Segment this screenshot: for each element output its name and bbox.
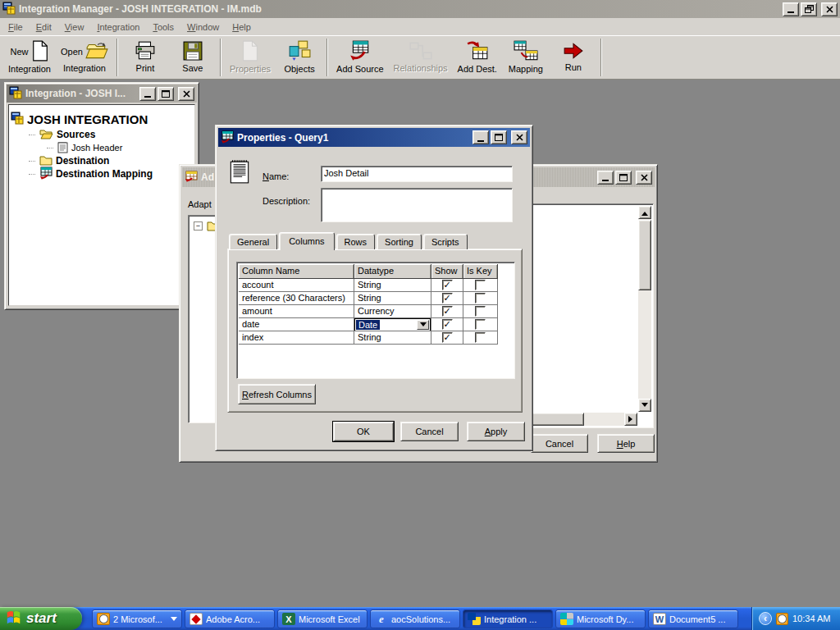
header-show[interactable]: Show xyxy=(431,264,463,279)
menu-item-window[interactable]: Window xyxy=(180,20,226,34)
minimize-button[interactable] xyxy=(139,87,156,101)
new-integration-button[interactable]: New Integration xyxy=(3,38,56,77)
menu-item-integration[interactable]: Integration xyxy=(90,20,146,34)
datatype-cell[interactable]: String xyxy=(354,292,431,305)
iskey-cell[interactable] xyxy=(463,305,498,318)
datatype-cell[interactable]: String xyxy=(354,331,431,345)
tree-item-sources[interactable]: Sources xyxy=(11,128,193,141)
datatype-combobox[interactable]: Date xyxy=(354,318,431,331)
scrollbar-thumb[interactable] xyxy=(638,220,651,290)
show-cell[interactable]: ✓ xyxy=(431,305,463,318)
start-button[interactable]: start xyxy=(0,607,82,630)
column-name-cell[interactable]: reference (30 Characters) xyxy=(239,292,354,305)
scroll-up-icon[interactable] xyxy=(638,206,651,219)
close-button[interactable] xyxy=(821,2,838,16)
taskbar-button[interactable]: 2 Microsof... xyxy=(92,609,182,628)
minimize-button[interactable] xyxy=(597,171,614,185)
taskbar-button[interactable]: Microsoft Dy... xyxy=(555,609,646,628)
collapse-minus-icon[interactable]: − xyxy=(194,221,203,231)
tree-item-destination[interactable]: Destination xyxy=(11,154,193,167)
iskey-cell[interactable] xyxy=(463,279,498,292)
header-is-key[interactable]: Is Key xyxy=(463,264,498,279)
scroll-right-icon[interactable] xyxy=(624,413,637,426)
iskey-checkbox[interactable] xyxy=(475,280,486,290)
description-input[interactable] xyxy=(321,188,513,222)
maximize-button[interactable] xyxy=(615,171,632,185)
cancel-button[interactable]: Cancel xyxy=(531,434,588,453)
help-button[interactable]: Help xyxy=(597,434,655,453)
show-cell[interactable]: ✓ xyxy=(431,331,463,345)
show-checkbox[interactable]: ✓ xyxy=(442,319,453,330)
close-button[interactable] xyxy=(636,171,652,185)
taskbar-button[interactable]: Adobe Acro... xyxy=(185,609,275,628)
menu-item-help[interactable]: Help xyxy=(226,20,258,34)
run-button[interactable]: Run xyxy=(550,38,597,77)
maximize-button[interactable] xyxy=(158,87,174,101)
show-cell[interactable]: ✓ xyxy=(431,318,463,331)
iskey-checkbox[interactable] xyxy=(475,319,486,330)
add-dest-button[interactable]: Add Dest. xyxy=(453,38,502,77)
table-row[interactable]: reference (30 Characters)String✓ xyxy=(239,292,513,305)
show-checkbox[interactable]: ✓ xyxy=(442,293,453,304)
dropdown-button[interactable] xyxy=(417,320,429,330)
table-row[interactable]: accountString✓ xyxy=(239,279,513,292)
iskey-cell[interactable] xyxy=(463,292,498,305)
tree-item-josh-header[interactable]: Josh Header xyxy=(11,141,193,154)
close-button[interactable] xyxy=(511,130,527,144)
datatype-cell[interactable]: Currency xyxy=(354,305,431,318)
iskey-checkbox[interactable] xyxy=(475,306,486,317)
minimize-button[interactable] xyxy=(472,130,489,144)
close-button[interactable] xyxy=(178,87,194,101)
scroll-down-icon[interactable] xyxy=(638,399,651,412)
print-button[interactable]: Print xyxy=(121,38,169,77)
show-checkbox[interactable]: ✓ xyxy=(442,306,453,317)
column-name-cell[interactable]: date xyxy=(239,318,354,331)
objects-button[interactable]: Objects xyxy=(276,38,323,77)
cancel-button[interactable]: Cancel xyxy=(400,422,459,441)
menu-item-edit[interactable]: Edit xyxy=(30,20,58,34)
tab-columns[interactable]: Columns xyxy=(279,232,334,250)
mapping-button[interactable]: Mapping xyxy=(502,38,550,77)
header-datatype[interactable]: Datatype xyxy=(354,264,431,279)
add-source-button[interactable]: Add Source xyxy=(331,38,388,77)
iskey-cell[interactable] xyxy=(463,318,498,331)
show-checkbox[interactable]: ✓ xyxy=(442,280,453,290)
tree-root-josh-integration[interactable]: JOSH INTEGRATION xyxy=(11,110,193,128)
open-integration-button[interactable]: Open Integration xyxy=(56,38,113,77)
tab-scripts[interactable]: Scripts xyxy=(423,234,468,249)
show-checkbox[interactable]: ✓ xyxy=(442,332,453,343)
column-name-cell[interactable]: amount xyxy=(239,305,354,318)
maximize-button[interactable] xyxy=(491,130,507,144)
menu-item-tools[interactable]: Tools xyxy=(146,20,180,34)
iskey-cell[interactable] xyxy=(463,331,498,345)
taskbar-button[interactable]: Microsoft Excel xyxy=(277,609,368,628)
datatype-cell[interactable]: Date xyxy=(354,318,431,331)
tab-sorting[interactable]: Sorting xyxy=(377,234,422,249)
menu-item-file[interactable]: File xyxy=(2,20,30,34)
restore-button[interactable] xyxy=(801,2,817,16)
column-name-cell[interactable]: account xyxy=(239,279,354,292)
datatype-cell[interactable]: String xyxy=(354,279,431,292)
taskbar-button[interactable]: Document5 ... xyxy=(648,609,738,628)
column-name-cell[interactable]: index xyxy=(239,331,354,345)
show-cell[interactable]: ✓ xyxy=(431,279,463,292)
table-row[interactable]: dateDate✓ xyxy=(239,318,513,331)
ok-button[interactable]: OK xyxy=(333,422,394,441)
save-button[interactable]: Save xyxy=(169,38,217,77)
tab-rows[interactable]: Rows xyxy=(336,234,376,249)
table-row[interactable]: indexString✓ xyxy=(239,331,513,345)
tree-item-destination-mapping[interactable]: Destination Mapping xyxy=(11,167,193,180)
taskbar-button[interactable]: aocSolutions... xyxy=(370,609,460,628)
tray-chevron-icon[interactable]: ‹ xyxy=(759,612,772,625)
iskey-checkbox[interactable] xyxy=(475,332,486,343)
minimize-button[interactable] xyxy=(783,2,799,16)
apply-button[interactable]: Apply xyxy=(467,422,525,441)
vertical-scrollbar[interactable] xyxy=(638,206,651,412)
menu-item-view[interactable]: View xyxy=(58,20,91,34)
table-row[interactable]: amountCurrency✓ xyxy=(239,305,513,318)
iskey-checkbox[interactable] xyxy=(475,293,486,304)
header-column-name[interactable]: Column Name xyxy=(239,264,354,279)
taskbar-button[interactable]: Integration ... xyxy=(463,609,553,628)
tab-general[interactable]: General xyxy=(229,234,277,249)
name-input[interactable]: Josh Detail xyxy=(321,166,513,182)
